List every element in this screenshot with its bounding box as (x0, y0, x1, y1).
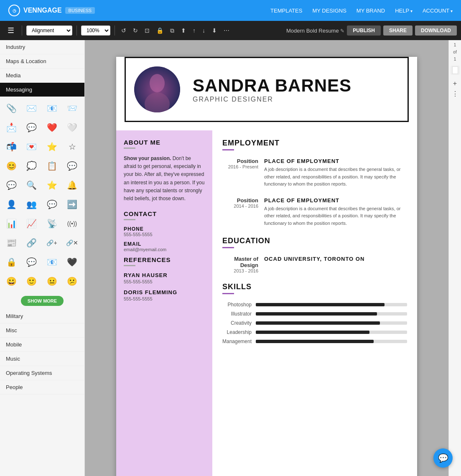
zoom-select[interactable]: 100% (81, 25, 110, 36)
page-total: 1 (454, 57, 456, 61)
arrange-up2-button[interactable]: ↑ (191, 26, 198, 35)
more-options-button[interactable]: ⋯ (222, 26, 232, 35)
alignment-select[interactable]: Alignment (26, 25, 72, 36)
sidebar-item-people[interactable]: People (0, 380, 84, 395)
page-thumbnail[interactable] (451, 66, 460, 75)
phone-label: PHONE (124, 226, 205, 232)
icon-broadcast[interactable]: ((•)) (63, 214, 82, 233)
lock-button[interactable]: 🔒 (154, 26, 166, 35)
icon-chart-line[interactable]: 📈 (22, 214, 41, 233)
icon-signal[interactable]: 📡 (42, 214, 61, 233)
skill-label-illustrator: Illustrator (222, 311, 256, 317)
icon-chat[interactable]: 💬 (22, 118, 41, 137)
icon-inbox[interactable]: 📨 (63, 99, 82, 118)
icon-dark-figure[interactable]: 🖤 (63, 252, 82, 272)
sidebar-item-os[interactable]: Operating Systems (0, 366, 84, 380)
icon-smile-neutral[interactable]: 🙂 (22, 272, 41, 291)
contact-title: CONTACT (124, 210, 205, 217)
icon-rss[interactable]: 📰 (2, 233, 21, 252)
sidebar-item-music[interactable]: Music (0, 352, 84, 366)
nav-my-designs[interactable]: MY DESIGNS (312, 8, 346, 14)
icon-link-remove[interactable]: 🔗✕ (63, 233, 82, 252)
copy-button[interactable]: ⧉ (168, 26, 176, 36)
hamburger-menu[interactable]: ☰ (4, 24, 18, 37)
chat-bubble[interactable]: 💬 (433, 448, 453, 468)
icon-mailbox[interactable]: 📬 (2, 137, 21, 156)
emp-years-2: 2014 - 2016 (222, 204, 258, 209)
phone-value: 555-555-5555 (124, 232, 205, 237)
crop-button[interactable]: ⊡ (143, 26, 152, 35)
add-page-button[interactable]: + (453, 80, 457, 87)
page-options-button[interactable]: ⋮ (452, 90, 458, 98)
skill-illustrator: Illustrator (222, 311, 407, 317)
icon-outbox[interactable]: 📩 (2, 118, 21, 137)
icon-link-add[interactable]: 🔗+ (42, 233, 61, 252)
sidebar-item-media[interactable]: Media (0, 69, 84, 83)
icon-emoji[interactable]: 😊 (2, 156, 21, 176)
emp-employer-1: PLACE OF EMPLOYMENT (264, 158, 407, 164)
share-button[interactable]: SHARE (383, 25, 413, 36)
arrange-up-button[interactable]: ⬆ (179, 26, 188, 35)
ref2-phone: 555-555-5555 (124, 296, 205, 301)
icon-star-solid[interactable]: ⭐ (42, 137, 61, 156)
sidebar-item-mobile[interactable]: Mobile (0, 338, 84, 352)
arrange-down2-button[interactable]: ⬇ (210, 26, 219, 35)
show-more-button[interactable]: SHOW MORE (21, 296, 64, 306)
sidebar-item-misc[interactable]: Misc (0, 323, 84, 338)
edu-years: 2013 - 2016 (222, 268, 258, 273)
icon-star-bubble[interactable]: ⭐ (42, 176, 61, 195)
sidebar-item-maps[interactable]: Maps & Location (0, 54, 84, 69)
undo-button[interactable]: ↺ (119, 26, 128, 35)
icon-love-letter[interactable]: 💌 (22, 137, 41, 156)
icon-envelope[interactable]: ✉️ (22, 99, 41, 118)
icon-search-bubble[interactable]: 🔍 (22, 176, 41, 195)
icon-smile-sad[interactable]: 😕 (63, 272, 82, 291)
edu-school: OCAD University, Toronto ON (264, 256, 364, 262)
icon-bell[interactable]: 🔔 (63, 176, 82, 195)
icon-smile-meh[interactable]: 😐 (42, 272, 61, 291)
download-button[interactable]: DOWNLOAD (415, 25, 457, 36)
icon-link[interactable]: 🔗 (22, 233, 41, 252)
doc-title: Modern Bold Resume ✎ (286, 28, 344, 34)
icon-comment[interactable]: 💬 (63, 156, 82, 176)
icon-email[interactable]: 📧 (42, 99, 61, 118)
resume-right-col: EMPLOYMENT Position 2016 - Present PLACE… (212, 130, 417, 476)
icon-speech-lock[interactable]: 💬 (22, 252, 41, 272)
icon-heart-outline[interactable]: 🤍 (63, 118, 82, 137)
icon-speech-bubble[interactable]: 💭 (22, 156, 41, 176)
publish-button[interactable]: PUBLISH (347, 25, 381, 36)
main-layout: Industry Maps & Location Media Messaging… (0, 40, 461, 476)
nav-account[interactable]: ACCOUNT (423, 8, 453, 14)
about-bold: Show your passion. (124, 155, 171, 161)
redo-button[interactable]: ↻ (131, 26, 140, 35)
icon-person[interactable]: 👤 (2, 195, 21, 214)
icon-paperclip[interactable]: 📎 (2, 99, 21, 118)
icon-clipboard[interactable]: 📋 (42, 156, 61, 176)
sidebar-item-industry[interactable]: Industry (0, 40, 84, 54)
nav-help[interactable]: HELP (395, 8, 413, 14)
edu-details: OCAD University, Toronto ON (264, 256, 364, 273)
emp-date-2: Position 2014 - 2016 (222, 197, 264, 227)
arrange-down-button[interactable]: ↓ (200, 26, 207, 35)
icon-heart-solid[interactable]: ❤️ (42, 118, 61, 137)
icon-arrow-right[interactable]: ➡️ (63, 195, 82, 214)
ref1-name: RYAN HAUSER (124, 272, 205, 278)
sidebar-item-military[interactable]: Military (0, 309, 84, 323)
doc-title-edit-icon[interactable]: ✎ (340, 28, 344, 34)
logo[interactable]: ◷ VENNGAGE BUSINESS (8, 5, 95, 16)
icon-lock[interactable]: 🔒 (2, 252, 21, 272)
sidebar-item-messaging[interactable]: Messaging (0, 83, 84, 97)
icon-smile-happy[interactable]: 😀 (2, 272, 21, 291)
icon-message-circle[interactable]: 💬 (2, 176, 21, 195)
icon-people[interactable]: 👥 (22, 195, 41, 214)
icon-chart-bar[interactable]: 📊 (2, 214, 21, 233)
skill-bar-fill-photoshop (256, 303, 385, 306)
skill-bar-fill-illustrator (256, 312, 377, 316)
icon-star-outline[interactable]: ☆ (63, 137, 82, 156)
icon-chat2[interactable]: 💬 (42, 195, 61, 214)
nav-my-brand[interactable]: MY BRAND (357, 8, 385, 14)
nav-templates[interactable]: TEMPLATES (270, 8, 302, 14)
icon-mail-lock[interactable]: 📧 (42, 252, 61, 272)
resume-name-area: SANDRA BARNES GRAPHIC DESIGNER (193, 76, 351, 103)
canvas-area[interactable]: SANDRA BARNES GRAPHIC DESIGNER ABOUT ME … (85, 40, 448, 476)
